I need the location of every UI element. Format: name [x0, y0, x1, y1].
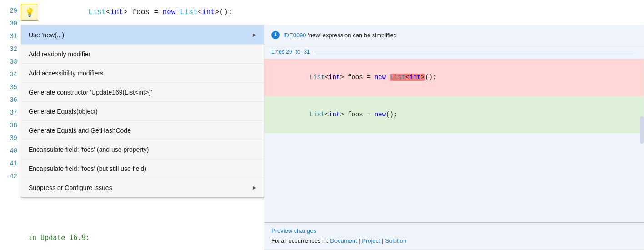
- menu-item-label: Generate constructor 'Update169(List<int…: [29, 83, 152, 102]
- scroll-indicator[interactable]: [640, 116, 644, 144]
- menu-item-label: Add readonly modifier: [29, 45, 90, 64]
- preview-message: IDE0090 'new' expression can be simplifi…: [283, 32, 397, 39]
- lightbulb-icon: 💡: [25, 7, 35, 17]
- line-number: 33: [0, 55, 21, 68]
- line-number: 41: [0, 157, 21, 170]
- submenu-arrow-icon: ▶: [253, 25, 256, 45]
- menu-item-label: Generate Equals and GetHashCode: [29, 121, 131, 140]
- menu-item-add-accessibility[interactable]: Add accessibility modifiers: [21, 64, 264, 83]
- fix-project-link[interactable]: Project: [362, 237, 380, 244]
- top-code-text: List<int> foos = new List<int>();: [48, 8, 232, 16]
- context-menu: Use 'new(...)' ▶ Add readonly modifier A…: [21, 25, 264, 198]
- line-number: 38: [0, 119, 21, 132]
- line-number: 35: [0, 81, 21, 94]
- line-numbers-column: 29 30 31 32 33 34 35 36 37 38 39 40 41 4…: [0, 0, 21, 250]
- removed-code-line: List<int> foos = new List<int>();: [264, 59, 644, 96]
- menu-item-label: Encapsulate field: 'foos' (and use prope…: [29, 140, 149, 159]
- line-number: 32: [0, 43, 21, 55]
- menu-item-generate-constructor[interactable]: Generate constructor 'Update169(List<int…: [21, 83, 264, 102]
- menu-item-encapsulate-still-field[interactable]: Encapsulate field: 'foos' (but still use…: [21, 159, 264, 178]
- info-icon: i: [271, 31, 280, 39]
- line-number: 40: [0, 145, 21, 157]
- preview-panel: i IDE0090 'new' expression can be simpli…: [264, 25, 644, 250]
- added-code-line: List<int> foos = new();: [264, 96, 644, 133]
- line-number: 39: [0, 132, 21, 145]
- menu-item-use-new[interactable]: Use 'new(...)' ▶: [21, 25, 264, 45]
- code-top-line: List<int> foos = new List<int>();: [21, 0, 644, 25]
- lines-range-label: Lines 29 to 31: [264, 45, 644, 57]
- menu-item-label: Encapsulate field: 'foos' (but still use…: [29, 159, 146, 178]
- menu-item-add-readonly[interactable]: Add readonly modifier: [21, 45, 264, 64]
- lightbulb-button[interactable]: 💡: [21, 4, 38, 21]
- menu-item-generate-equals[interactable]: Generate Equals(object): [21, 102, 264, 121]
- line-number: 36: [0, 94, 21, 106]
- fix-solution-link[interactable]: Solution: [385, 237, 406, 244]
- menu-item-label: Generate Equals(object): [29, 102, 98, 121]
- line-number: 34: [0, 68, 21, 81]
- line-number: 29: [0, 5, 21, 17]
- menu-item-label: Add accessibility modifiers: [29, 64, 103, 83]
- bottom-code-text: in Update 16.9:: [28, 234, 90, 242]
- menu-item-generate-equals-hashcode[interactable]: Generate Equals and GetHashCode: [21, 121, 264, 140]
- line-number: 30: [0, 17, 21, 30]
- line-number: 42: [0, 170, 21, 183]
- code-preview-area: List<int> foos = new List<int>(); List<i…: [264, 57, 644, 135]
- fix-all-text: Fix all occurrences in: Document | Proje…: [271, 237, 406, 244]
- preview-footer: Preview changes Fix all occurrences in: …: [264, 222, 644, 250]
- menu-item-encapsulate-and-property[interactable]: Encapsulate field: 'foos' (and use prope…: [21, 140, 264, 159]
- line-number: 37: [0, 106, 21, 119]
- menu-item-suppress-configure[interactable]: Suppress or Configure issues ▶: [21, 178, 264, 197]
- preview-header: i IDE0090 'new' expression can be simpli…: [264, 25, 644, 45]
- fix-document-link[interactable]: Document: [330, 237, 357, 244]
- menu-item-label: Use 'new(...)': [29, 25, 65, 45]
- line-number: 31: [0, 30, 21, 43]
- menu-item-label: Suppress or Configure issues: [29, 178, 112, 197]
- code-id: IDE0090: [283, 32, 306, 39]
- preview-changes-link[interactable]: Preview changes: [271, 227, 636, 234]
- submenu-arrow-icon-2: ▶: [253, 178, 256, 197]
